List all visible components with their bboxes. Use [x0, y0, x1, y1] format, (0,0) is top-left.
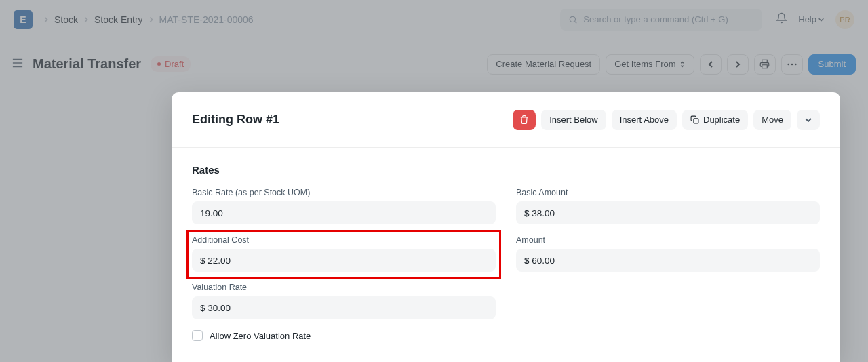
amount-field: Amount $ 60.00 — [516, 235, 820, 272]
valuation-rate-input[interactable]: $ 30.00 — [192, 296, 496, 319]
allow-zero-label: Allow Zero Valuation Rate — [210, 331, 311, 341]
dialog-actions: Insert Below Insert Above Duplicate Move — [513, 110, 820, 130]
basic-rate-input[interactable]: 19.00 — [192, 201, 496, 224]
insert-below-button[interactable]: Insert Below — [541, 110, 606, 130]
dialog-header: Editing Row #1 Insert Below Insert Above… — [172, 92, 840, 148]
copy-icon — [690, 115, 699, 124]
basic-rate-label: Basic Rate (as per Stock UOM) — [192, 188, 496, 197]
delete-button[interactable] — [513, 110, 536, 130]
dialog-title: Editing Row #1 — [192, 113, 279, 127]
edit-row-dialog: Editing Row #1 Insert Below Insert Above… — [172, 92, 840, 362]
valuation-rate-label: Valuation Rate — [192, 283, 496, 292]
basic-rate-field: Basic Rate (as per Stock UOM) 19.00 — [192, 188, 496, 224]
basic-amount-label: Basic Amount — [516, 188, 820, 197]
collapse-button[interactable] — [797, 110, 820, 130]
duplicate-button[interactable]: Duplicate — [682, 110, 748, 130]
allow-zero-valuation-row[interactable]: Allow Zero Valuation Rate — [192, 330, 496, 341]
svg-rect-4 — [694, 119, 698, 123]
additional-cost-input[interactable]: $ 22.00 — [192, 249, 496, 272]
rates-form: Basic Rate (as per Stock UOM) 19.00 Basi… — [192, 188, 820, 341]
allow-zero-checkbox[interactable] — [192, 330, 203, 341]
trash-icon — [519, 115, 529, 125]
additional-cost-field: Additional Cost $ 22.00 — [188, 231, 500, 277]
insert-above-button[interactable]: Insert Above — [612, 110, 677, 130]
move-button[interactable]: Move — [753, 110, 791, 130]
basic-amount-input[interactable]: $ 38.00 — [516, 201, 820, 224]
section-rates-title: Rates — [192, 164, 820, 176]
amount-label: Amount — [516, 235, 820, 245]
chevron-down-icon — [804, 117, 812, 123]
basic-amount-field: Basic Amount $ 38.00 — [516, 188, 820, 224]
amount-input[interactable]: $ 60.00 — [516, 249, 820, 272]
valuation-rate-field: Valuation Rate $ 30.00 — [192, 283, 496, 319]
additional-cost-label: Additional Cost — [192, 235, 496, 245]
dialog-body: Rates Basic Rate (as per Stock UOM) 19.0… — [172, 148, 840, 357]
